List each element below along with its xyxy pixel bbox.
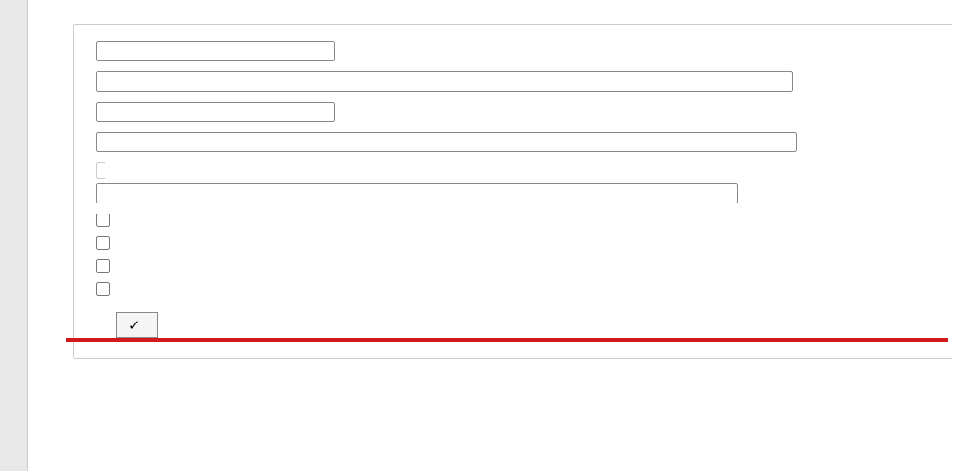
save-button[interactable]: ✓: [116, 312, 158, 338]
checkbox-avatars[interactable]: [96, 214, 930, 227]
input-website[interactable]: [96, 71, 793, 92]
input-signature[interactable]: [96, 183, 738, 203]
left-sidebar-fragment: [0, 0, 28, 471]
mastodon-help-text: [96, 162, 930, 178]
checkbox-journals-box[interactable]: [96, 259, 110, 273]
check-icon: ✓: [128, 317, 140, 334]
checkbox-toolbar[interactable]: [96, 282, 930, 296]
checkbox-signatures[interactable]: [96, 236, 930, 250]
field-website: [96, 71, 930, 92]
input-name[interactable]: [96, 41, 335, 61]
field-mastodon: [96, 132, 930, 152]
field-name: [96, 41, 930, 61]
input-mastodon[interactable]: [96, 132, 797, 152]
main-panel: ✓: [28, 0, 980, 471]
field-xmpp: [96, 102, 930, 122]
checkbox-avatars-box[interactable]: [96, 214, 110, 227]
checkbox-signatures-box[interactable]: [96, 236, 110, 250]
field-signature: [96, 183, 930, 203]
options-box: ✓: [73, 24, 952, 359]
checkbox-journals[interactable]: [96, 259, 930, 273]
checkbox-toolbar-box[interactable]: [96, 282, 110, 296]
highlight-box: [66, 338, 948, 342]
help-url: [96, 162, 105, 179]
input-xmpp[interactable]: [96, 102, 335, 122]
